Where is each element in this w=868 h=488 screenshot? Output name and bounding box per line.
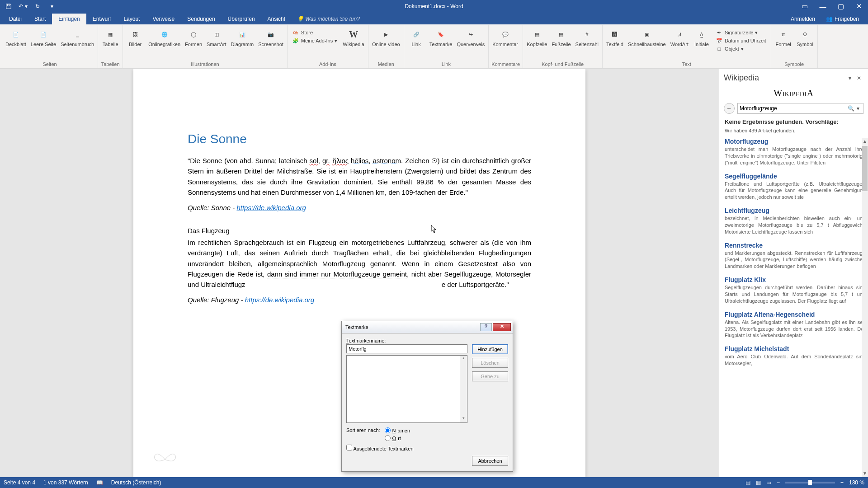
tab-ueberpruefen[interactable]: Überprüfen xyxy=(222,14,261,24)
wiki-result-title: Flugplatz Altena-Hegenscheid xyxy=(725,311,865,318)
sort-by-location-radio[interactable]: Ort xyxy=(385,435,410,441)
objekt-button[interactable]: □Objekt ▾ xyxy=(716,45,744,52)
cancel-button[interactable]: Abbrechen xyxy=(472,456,508,466)
zoom-slider[interactable] xyxy=(785,482,835,483)
undo-icon[interactable]: ↶ ▾ xyxy=(17,1,29,11)
tab-entwurf[interactable]: Entwurf xyxy=(86,14,118,24)
bookmark-name-input[interactable] xyxy=(346,344,467,353)
textfeld-button[interactable]: 🅰Textfeld xyxy=(605,27,624,48)
link-sonne-source[interactable]: https://de.wikipedia.org xyxy=(236,204,306,211)
tab-sendungen[interactable]: Sendungen xyxy=(181,14,221,24)
hidden-bookmarks-checkbox[interactable]: Ausgeblendete Textmarken xyxy=(346,445,414,451)
list-scroll-up-icon[interactable]: ▴ xyxy=(460,356,467,362)
list-scroll-down-icon[interactable]: ▾ xyxy=(460,416,467,422)
share-button[interactable]: 👥Freigeben xyxy=(821,14,868,24)
wiki-result-item[interactable]: Motorflugzeugunterscheidet man Motorflug… xyxy=(725,138,865,166)
sort-by-name-radio[interactable]: Namen xyxy=(385,427,410,433)
wiki-result-item[interactable]: Leichtflugzeugbezeichnet, in Medienberic… xyxy=(725,207,865,235)
tab-start[interactable]: Start xyxy=(28,14,52,24)
tab-datei[interactable]: Datei xyxy=(3,14,28,24)
taskpane-scrollbar[interactable]: ▲ ▼ xyxy=(862,138,868,477)
wordart-button[interactable]: 𝓐WordArt xyxy=(670,27,689,48)
tab-verweise[interactable]: Verweise xyxy=(146,14,181,24)
wiki-result-item[interactable]: Flugplatz KlixSegelflugzeugen durchgefüh… xyxy=(725,276,865,305)
seitenumbruch-button[interactable]: ⎯Seitenumbruch xyxy=(60,27,95,48)
add-bookmark-button[interactable]: Hinzufügen xyxy=(472,344,508,354)
group-addins: Add-Ins xyxy=(290,61,365,68)
wiki-result-snippet: Freiballone und Luftsportgeräte (z.B. Ul… xyxy=(725,181,865,201)
link-button[interactable]: 🔗Link xyxy=(407,27,426,48)
zoom-out-button[interactable]: − xyxy=(777,479,780,486)
wikipedia-button[interactable]: WWikipedia xyxy=(342,27,365,48)
bookmark-list[interactable]: ▴▾ xyxy=(346,355,467,423)
initiale-button[interactable]: A̲Initiale xyxy=(692,27,711,48)
tab-layout[interactable]: Layout xyxy=(117,14,146,24)
status-language[interactable]: Deutsch (Österreich) xyxy=(111,479,161,486)
status-proofing-icon[interactable]: 📖 xyxy=(96,479,103,486)
taskpane-close-icon[interactable]: ✕ xyxy=(854,75,863,81)
onlinevideo-button[interactable]: ▶Online-video xyxy=(371,27,401,48)
wiki-result-item[interactable]: Flugplatz Michelstadtvom Aero Club Odenw… xyxy=(725,345,865,367)
dialog-close-button[interactable]: ✕ xyxy=(493,323,511,331)
screenshot-button[interactable]: 📷Screenshot xyxy=(257,27,284,48)
seitenzahl-button[interactable]: #Seitenzahl xyxy=(575,27,599,48)
svg-rect-0 xyxy=(7,5,9,6)
addins-icon: 🧩 xyxy=(292,37,299,44)
tab-einfuegen[interactable]: Einfügen xyxy=(52,14,86,24)
bilder-button[interactable]: 🖼Bilder xyxy=(126,27,145,48)
diagramm-button[interactable]: 📊Diagramm xyxy=(230,27,255,48)
store-button[interactable]: 🛍Store xyxy=(292,29,313,36)
wiki-result-snippet: vom Aero Club Odenwald. Auf dem Sonderla… xyxy=(725,353,865,367)
zoom-in-button[interactable]: + xyxy=(840,479,844,486)
sign-in-button[interactable]: Anmelden xyxy=(784,14,821,24)
minimize-icon[interactable]: — xyxy=(814,0,832,13)
list-scrollbar[interactable]: ▴▾ xyxy=(460,356,467,422)
leere-seite-button[interactable]: 📄Leere Seite xyxy=(30,27,57,48)
save-icon[interactable] xyxy=(3,1,14,11)
redo-icon[interactable]: ↻ xyxy=(32,1,43,11)
wiki-search-input[interactable] xyxy=(740,105,847,112)
meine-addins-button[interactable]: 🧩Meine Add-Ins ▾ xyxy=(292,37,337,44)
scroll-down-icon[interactable]: ▼ xyxy=(862,470,868,477)
ribbon-display-icon[interactable]: ▭ xyxy=(796,0,814,13)
formel-button[interactable]: πFormel xyxy=(774,27,793,48)
querverweis-button[interactable]: ↪Querverweis xyxy=(456,27,486,48)
scroll-up-icon[interactable]: ▲ xyxy=(862,138,868,145)
tell-me-search[interactable]: 💡 Was möchten Sie tun? xyxy=(292,14,365,24)
search-dropdown-icon[interactable]: ▾ xyxy=(855,105,861,112)
status-page[interactable]: Seite 4 von 4 xyxy=(4,479,35,486)
tab-ansicht[interactable]: Ansicht xyxy=(261,14,292,24)
wiki-result-item[interactable]: Rennstreckeund Markierungen abgesteckt. … xyxy=(725,242,865,270)
smartart-button[interactable]: ◫SmartArt xyxy=(206,27,227,48)
qat-customize-icon[interactable]: ▾ xyxy=(46,1,58,11)
kommentar-button[interactable]: 💬Kommentar xyxy=(491,27,519,48)
scroll-thumb[interactable] xyxy=(862,146,868,191)
symbol-button[interactable]: ΩSymbol xyxy=(796,27,815,48)
datum-button[interactable]: 📅Datum und Uhrzeit xyxy=(716,37,766,44)
fusszeile-button[interactable]: ▤Fußzeile xyxy=(551,27,571,48)
status-words[interactable]: 1 von 337 Wörtern xyxy=(43,479,88,486)
search-icon[interactable]: 🔍 xyxy=(847,105,855,112)
view-print-icon[interactable]: ▦ xyxy=(756,479,761,486)
link-flugzeug-source[interactable]: https://de.wikipedia.org xyxy=(245,296,314,304)
formen-button[interactable]: ◯Formen xyxy=(184,27,203,48)
wiki-result-item[interactable]: Flugplatz Altena-HegenscheidAltena. Als … xyxy=(725,311,865,339)
kopfzeile-button[interactable]: ▤Kopfzeile xyxy=(526,27,548,48)
zoom-level[interactable]: 130 % xyxy=(849,479,864,486)
deckblatt-button[interactable]: 📄Deckblatt xyxy=(5,27,27,48)
wiki-result-item[interactable]: SegelfluggeländeFreiballone und Luftspor… xyxy=(725,173,865,201)
schnellbausteine-button[interactable]: ▣Schnellbausteine xyxy=(627,27,667,48)
taskpane-menu-icon[interactable]: ▾ xyxy=(845,75,854,81)
table-icon: ▦ xyxy=(104,28,117,41)
maximize-icon[interactable]: ▢ xyxy=(832,0,850,13)
group-illustrationen: Illustrationen xyxy=(126,61,284,68)
view-read-icon[interactable]: ▤ xyxy=(745,479,750,486)
view-web-icon[interactable]: ▭ xyxy=(766,479,771,486)
signatur-button[interactable]: ✒Signaturzeile ▾ xyxy=(716,29,758,36)
textmarke-button[interactable]: 🔖Textmarke xyxy=(429,27,453,48)
search-back-button[interactable]: ← xyxy=(724,103,735,114)
close-icon[interactable]: ✕ xyxy=(850,0,868,13)
dialog-help-button[interactable]: ? xyxy=(480,323,492,331)
tabelle-button[interactable]: ▦Tabelle xyxy=(101,27,120,48)
onlinegrafiken-button[interactable]: 🌐Onlinegrafiken xyxy=(147,27,181,48)
